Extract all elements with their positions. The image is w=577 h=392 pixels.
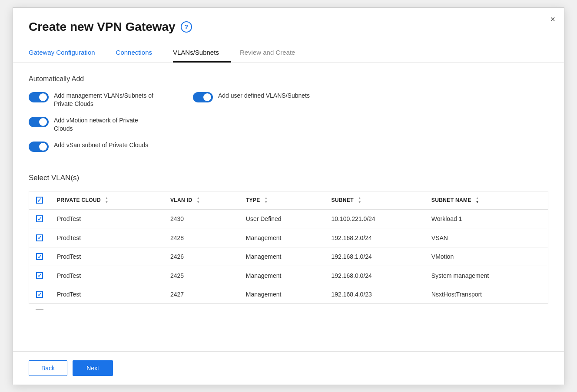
toggle-vmotion-label: Add vMotion network of Private Clouds <box>54 116 158 133</box>
row-checkbox-3[interactable]: ✓ <box>36 272 43 279</box>
row-vlan-id: 2427 <box>163 285 239 303</box>
row-subnet: 192.168.4.0/23 <box>324 285 424 303</box>
toggle-user-defined: Add user defined VLANS/Subnets <box>193 92 310 102</box>
tab-vlans-subnets[interactable]: VLANs/Subnets <box>173 44 231 63</box>
toggle-vsan-switch[interactable] <box>29 142 49 152</box>
row-subnet: 192.168.2.0/24 <box>324 228 424 247</box>
row-checkbox-cell: ✓ <box>29 209 50 228</box>
table-row: ✓ ProdTest 2428 Management 192.168.2.0/2… <box>29 228 548 247</box>
col-checkbox: ✓ <box>29 191 50 210</box>
table-header-row: ✓ PRIVATE CLOUD ▲▼ VLAN ID <box>29 191 548 210</box>
row-checkbox-1[interactable]: ✓ <box>36 234 43 241</box>
col-private-cloud: PRIVATE CLOUD ▲▼ <box>50 191 163 210</box>
tab-gateway-config[interactable]: Gateway Configuration <box>29 44 107 63</box>
row-type: Management <box>239 266 325 285</box>
sort-vlan-id[interactable]: ▲▼ <box>196 197 200 204</box>
row-private-cloud: ProdTest <box>50 209 163 228</box>
col-subnet-name: SUBNET NAME ▲▼ <box>424 191 548 210</box>
vlan-table: ✓ PRIVATE CLOUD ▲▼ VLAN ID <box>29 191 548 304</box>
row-checkbox-4[interactable]: ✓ <box>36 291 43 298</box>
row-type: Management <box>239 228 325 247</box>
row-checkbox-cell: ✓ <box>29 247 50 266</box>
row-checkbox-2[interactable]: ✓ <box>36 253 43 260</box>
footer-dash: — <box>36 304 43 313</box>
sort-subnet[interactable]: ▲▼ <box>358 197 361 204</box>
table-row: ✓ ProdTest 2426 Management 192.168.1.0/2… <box>29 247 548 266</box>
table-row: ✓ ProdTest 2430 User Defined 10.100.221.… <box>29 209 548 228</box>
row-private-cloud: ProdTest <box>50 247 163 266</box>
vlan-table-wrapper: ✓ PRIVATE CLOUD ▲▼ VLAN ID <box>29 191 548 304</box>
toggles-row: Add management VLANs/Subnets of Private … <box>29 92 548 160</box>
row-checkbox-cell: ✓ <box>29 266 50 285</box>
row-subnet-name: NsxtHostTransport <box>424 285 548 303</box>
toggle-vsan: Add vSan subnet of Private Clouds <box>29 141 158 152</box>
dialog-title: Create new VPN Gateway <box>29 20 176 34</box>
table-footer-line: — <box>29 303 548 314</box>
row-type: Management <box>239 285 325 303</box>
select-vlan-title: Select VLAN(s) <box>29 174 548 182</box>
row-vlan-id: 2426 <box>163 247 239 266</box>
row-vlan-id: 2428 <box>163 228 239 247</box>
dialog-body: Automatically Add Add management VLANs/S… <box>13 63 564 351</box>
row-vlan-id: 2430 <box>163 209 239 228</box>
row-private-cloud: ProdTest <box>50 285 163 303</box>
row-checkbox-0[interactable]: ✓ <box>36 215 43 222</box>
toggle-mgmt-vlans: Add management VLANs/Subnets of Private … <box>29 92 158 109</box>
row-subnet: 192.168.1.0/24 <box>324 247 424 266</box>
sort-subnet-name[interactable]: ▲▼ <box>476 197 479 204</box>
toggle-vmotion: Add vMotion network of Private Clouds <box>29 116 158 133</box>
help-icon[interactable]: ? <box>181 21 192 33</box>
row-type: User Defined <box>239 209 325 228</box>
next-button[interactable]: Next <box>73 360 113 376</box>
col-vlan-id: VLAN ID ▲▼ <box>163 191 239 210</box>
row-type: Management <box>239 247 325 266</box>
toggles-section: Add management VLANs/Subnets of Private … <box>29 92 548 160</box>
row-subnet-name: Workload 1 <box>424 209 548 228</box>
vpn-gateway-dialog: Create new VPN Gateway ? × Gateway Confi… <box>13 7 564 385</box>
row-subnet-name: VSAN <box>424 228 548 247</box>
table-body: ✓ ProdTest 2430 User Defined 10.100.221.… <box>29 209 548 303</box>
toggle-mgmt-vlans-switch[interactable] <box>29 92 49 102</box>
left-toggles: Add management VLANs/Subnets of Private … <box>29 92 158 160</box>
row-subnet-name: VMotion <box>424 247 548 266</box>
row-subnet: 10.100.221.0/24 <box>324 209 424 228</box>
auto-add-section-title: Automatically Add <box>29 75 548 83</box>
col-subnet: SUBNET ▲▼ <box>324 191 424 210</box>
tab-review-create[interactable]: Review and Create <box>240 44 308 63</box>
row-private-cloud: ProdTest <box>50 266 163 285</box>
select-vlan-section: Select VLAN(s) ✓ PRIVATE CLOUD <box>29 174 548 314</box>
row-private-cloud: ProdTest <box>50 228 163 247</box>
row-subnet-name: System management <box>424 266 548 285</box>
toggle-mgmt-vlans-label: Add management VLANs/Subnets of Private … <box>54 92 158 109</box>
table-row: ✓ ProdTest 2427 Management 192.168.4.0/2… <box>29 285 548 303</box>
row-checkbox-cell: ✓ <box>29 285 50 303</box>
sort-private-cloud[interactable]: ▲▼ <box>105 197 109 204</box>
close-button[interactable]: × <box>550 15 555 23</box>
row-checkbox-cell: ✓ <box>29 228 50 247</box>
back-button[interactable]: Back <box>29 360 67 376</box>
tab-bar: Gateway Configuration Connections VLANs/… <box>29 44 548 63</box>
toggle-user-defined-switch[interactable] <box>193 92 213 102</box>
row-vlan-id: 2425 <box>163 266 239 285</box>
table-row: ✓ ProdTest 2425 Management 192.168.0.0/2… <box>29 266 548 285</box>
right-toggles: Add user defined VLANS/Subnets <box>193 92 310 110</box>
sort-type[interactable]: ▲▼ <box>264 197 268 204</box>
row-subnet: 192.168.0.0/24 <box>324 266 424 285</box>
toggle-vsan-label: Add vSan subnet of Private Clouds <box>54 141 148 150</box>
toggle-vmotion-switch[interactable] <box>29 117 49 127</box>
col-type: TYPE ▲▼ <box>239 191 325 210</box>
dialog-footer: Back Next <box>13 351 564 385</box>
toggle-user-defined-label: Add user defined VLANS/Subnets <box>218 92 310 100</box>
select-all-checkbox[interactable]: ✓ <box>36 197 43 204</box>
dialog-header: Create new VPN Gateway ? × Gateway Confi… <box>13 8 564 63</box>
tab-connections[interactable]: Connections <box>116 44 164 63</box>
